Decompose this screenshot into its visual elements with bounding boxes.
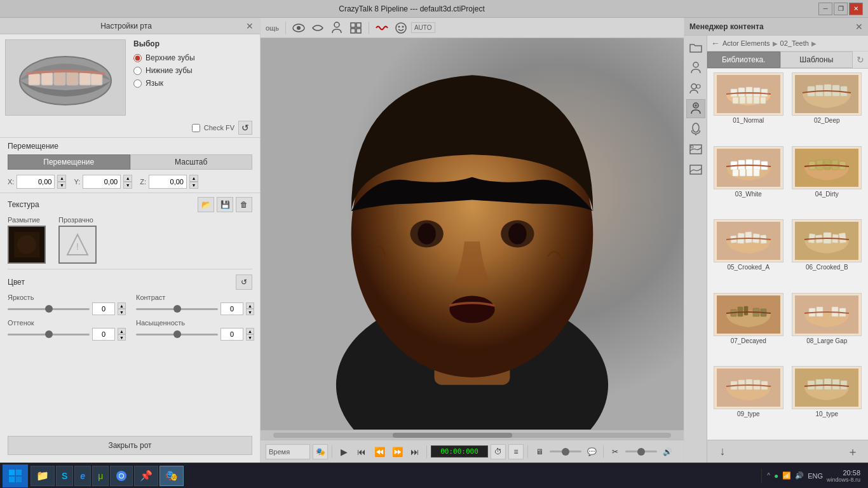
blur-texture-thumb[interactable] <box>8 226 46 264</box>
start-button[interactable] <box>3 464 28 487</box>
teeth-item-deep[interactable]: 02_Deep <box>789 71 866 144</box>
taskbar-item-utorrent[interactable]: μ <box>92 466 109 486</box>
to-end-button[interactable]: ⏭ <box>407 444 423 459</box>
saturation-increment[interactable]: ▲ <box>246 328 254 334</box>
next-frame-button[interactable]: ⏩ <box>390 444 405 459</box>
content-manager-close[interactable]: ✕ <box>855 22 863 32</box>
time-label-input[interactable] <box>266 444 310 459</box>
z-decrement[interactable]: ▼ <box>189 182 198 189</box>
monitor-btn[interactable]: 🖥 <box>532 444 547 459</box>
saturation-input[interactable] <box>220 328 243 341</box>
y-decrement[interactable]: ▼ <box>123 182 132 189</box>
tab-library[interactable]: Библиотека. <box>707 51 780 68</box>
list-btn[interactable]: ≡ <box>508 444 524 459</box>
tab-scale[interactable]: Масштаб <box>130 154 253 170</box>
y-increment[interactable]: ▲ <box>123 175 132 182</box>
texture-delete-btn[interactable]: 🗑 <box>236 197 252 212</box>
radio-lower-teeth-input[interactable] <box>133 67 142 75</box>
x-increment[interactable]: ▲ <box>57 175 66 182</box>
contrast-input[interactable] <box>220 302 243 315</box>
contrast-decrement[interactable]: ▼ <box>246 309 254 315</box>
radio-upper-teeth-input[interactable] <box>133 54 142 62</box>
h-scrollbar[interactable] <box>261 430 684 440</box>
wave-button[interactable] <box>373 20 391 36</box>
teeth-item-crooked-b[interactable]: 06_Crooked_B <box>789 218 866 290</box>
tray-notification[interactable]: ^ <box>767 472 770 479</box>
auto-button[interactable]: AUTO <box>411 22 435 33</box>
sidebar-actor-btn[interactable] <box>686 99 705 118</box>
taskbar-item-skype[interactable]: S <box>56 466 73 486</box>
tray-whatsapp[interactable]: ● <box>774 471 778 480</box>
saturation-decrement[interactable]: ▼ <box>246 334 254 341</box>
scissors-btn[interactable]: ✂ <box>607 444 623 459</box>
prev-frame-button[interactable]: ⏪ <box>372 444 387 459</box>
teeth-item-crooked-a[interactable]: 05_Crooked_A <box>710 218 787 290</box>
speed-slider[interactable] <box>625 451 657 452</box>
sidebar-audio-btn[interactable] <box>686 119 705 139</box>
contrast-slider[interactable] <box>136 308 218 310</box>
contrast-increment[interactable]: ▲ <box>246 302 254 309</box>
close-button[interactable]: ✕ <box>849 3 863 15</box>
radio-tongue[interactable]: Язык <box>133 79 255 88</box>
tray-volume[interactable]: 🔊 <box>795 471 804 480</box>
speaker-btn[interactable]: 🔊 <box>660 444 675 459</box>
sidebar-group-btn[interactable] <box>686 79 705 98</box>
teeth-item-10[interactable]: 10_type <box>789 365 866 437</box>
taskbar-item-crazytalk[interactable]: 🎭 <box>159 466 184 486</box>
radio-lower-teeth[interactable]: Нижние зубы <box>133 66 255 75</box>
texture-folder-btn[interactable]: 📂 <box>198 197 214 212</box>
z-input[interactable]: 0,00 <box>149 175 187 189</box>
sidebar-image-btn[interactable] <box>686 160 705 179</box>
texture-save-btn[interactable]: 💾 <box>217 197 233 212</box>
taskbar-item-office[interactable]: 📌 <box>134 466 158 486</box>
taskbar-item-chrome[interactable] <box>110 466 133 486</box>
volume-slider[interactable] <box>550 451 581 452</box>
tab-refresh-btn[interactable]: ↻ <box>853 51 868 68</box>
radio-upper-teeth[interactable]: Верхние зубы <box>133 53 255 62</box>
restore-button[interactable]: ❐ <box>834 3 848 15</box>
teeth-item-normal[interactable]: 01_Normal <box>710 71 787 144</box>
teeth-item-dirty[interactable]: 04_Dirty <box>789 145 866 217</box>
breadcrumb-back-btn[interactable]: ← <box>711 38 720 48</box>
refresh-button[interactable]: ↺ <box>238 121 252 135</box>
saturation-slider[interactable] <box>136 334 218 336</box>
check-fv-checkbox[interactable] <box>192 124 200 132</box>
radio-tongue-input[interactable] <box>133 79 142 88</box>
speech-btn[interactable]: 💬 <box>584 444 599 459</box>
x-input[interactable]: 0,00 <box>17 175 55 189</box>
to-start-button[interactable]: ⏮ <box>354 444 369 459</box>
download-btn[interactable]: ↓ <box>715 444 730 459</box>
color-refresh-btn[interactable]: ↺ <box>236 274 252 290</box>
person-transport-btn[interactable]: 🎭 <box>313 444 328 459</box>
close-mouth-button[interactable]: Закрыть рот <box>8 436 252 455</box>
hue-input[interactable] <box>92 328 115 341</box>
teeth-item-large-gap[interactable]: 08_Large Gap <box>789 292 866 364</box>
brightness-increment[interactable]: ▲ <box>118 302 126 309</box>
tray-network[interactable]: 📶 <box>782 471 791 480</box>
teeth-item-decayed[interactable]: 07_Decayed <box>710 292 787 364</box>
hue-decrement[interactable]: ▼ <box>118 334 126 341</box>
minimize-button[interactable]: ─ <box>818 3 832 15</box>
h-scrollbar-thumb[interactable] <box>393 433 512 438</box>
grid-button[interactable] <box>347 20 365 36</box>
tab-movement[interactable]: Перемещение <box>8 154 130 170</box>
taskbar-item-ie[interactable]: e <box>74 466 91 486</box>
sidebar-folder-btn[interactable] <box>686 38 705 57</box>
brightness-decrement[interactable]: ▼ <box>118 309 126 315</box>
sidebar-person-btn[interactable] <box>686 58 705 78</box>
taskbar-clock[interactable]: 20:58 windows-8.ru <box>827 469 860 483</box>
eye-button[interactable] <box>290 20 308 36</box>
teeth-item-white[interactable]: 03_White <box>710 145 787 217</box>
lips-button[interactable] <box>309 20 327 36</box>
play-button[interactable]: ▶ <box>336 444 351 459</box>
teeth-item-9[interactable]: 09_type <box>710 365 787 437</box>
hue-increment[interactable]: ▲ <box>118 328 126 334</box>
tab-templates[interactable]: Шаблоны <box>780 51 853 68</box>
person-button[interactable] <box>328 20 346 36</box>
transparent-texture-thumb[interactable]: ! <box>58 226 97 264</box>
brightness-slider[interactable] <box>8 308 90 310</box>
x-decrement[interactable]: ▼ <box>57 182 66 189</box>
brightness-input[interactable] <box>92 302 115 315</box>
hue-slider[interactable] <box>8 334 90 336</box>
panel-close-button[interactable]: ✕ <box>246 21 254 31</box>
